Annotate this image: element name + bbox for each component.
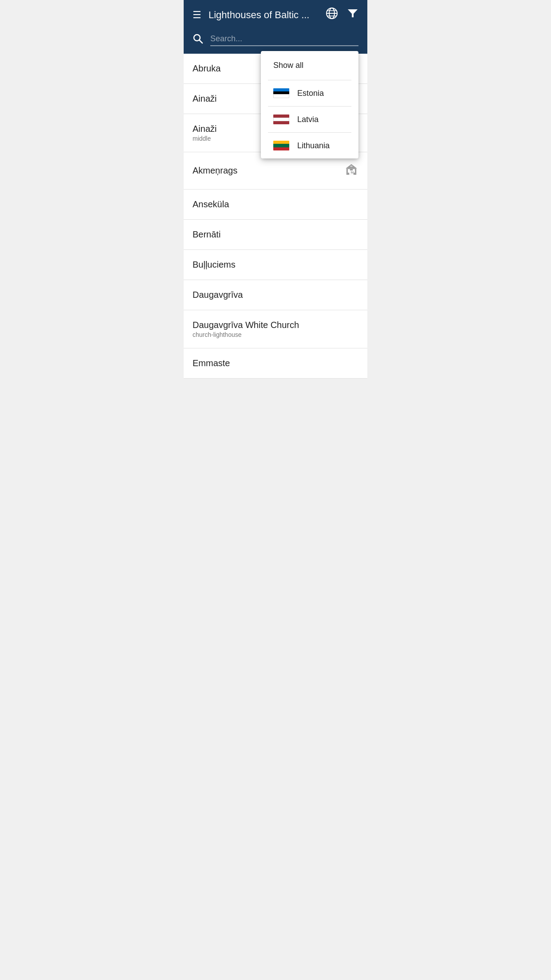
search-bar	[184, 30, 367, 54]
list-item-subtitle: church-lighthouse	[193, 331, 299, 338]
svg-line-7	[200, 40, 203, 43]
list-item-name: Akmeņrags	[193, 166, 237, 176]
museum-icon: M	[344, 162, 358, 179]
list-item-text: Buļļuciems	[193, 260, 236, 270]
list-item[interactable]: Buļļuciems	[184, 250, 367, 280]
list-item-name: Emmaste	[193, 358, 230, 368]
latvia-flag	[273, 115, 289, 124]
latvia-option[interactable]: Latvia	[261, 107, 358, 132]
header-right	[326, 7, 358, 23]
list-item[interactable]: Bernāti	[184, 220, 367, 250]
list-item-name: Daugavgrīva White Church	[193, 320, 299, 330]
latvia-label: Latvia	[297, 115, 319, 124]
list-item-name: Ainaži	[193, 124, 216, 134]
list-item-text: Abruka	[193, 63, 220, 74]
hamburger-icon[interactable]: ☰	[193, 10, 201, 20]
list-item-text: Ainažimiddle	[193, 124, 216, 142]
estonia-label: Estonia	[297, 89, 324, 98]
list-item-text: Bernāti	[193, 229, 220, 240]
list-item-text: Ainaži	[193, 94, 216, 104]
list-item[interactable]: Anseküla	[184, 190, 367, 220]
list-item-text: Daugavgrīva White Churchchurch-lighthous…	[193, 320, 299, 338]
list-item-text: Daugavgrīva	[193, 290, 243, 300]
list-item-name: Bernāti	[193, 229, 220, 240]
globe-icon[interactable]	[326, 7, 338, 23]
list-item-text: Emmaste	[193, 358, 230, 368]
filter-dropdown: Show all Estonia Latvia Lithuania	[261, 51, 358, 158]
list-item-name: Anseküla	[193, 199, 229, 209]
estonia-option[interactable]: Estonia	[261, 80, 358, 106]
list-item-name: Ainaži	[193, 94, 216, 104]
search-input[interactable]	[210, 34, 358, 46]
filter-icon[interactable]	[347, 8, 358, 22]
list-item-name: Daugavgrīva	[193, 290, 243, 300]
svg-rect-13	[350, 166, 353, 167]
lithuania-flag	[273, 141, 289, 150]
list-item[interactable]: Daugavgrīva	[184, 280, 367, 310]
list-item-text: Akmeņrags	[193, 166, 237, 176]
list-item[interactable]: Emmaste	[184, 348, 367, 379]
list-item-subtitle: middle	[193, 135, 216, 142]
lithuania-label: Lithuania	[297, 141, 330, 150]
list-item-name: Buļļuciems	[193, 260, 236, 270]
show-all-option[interactable]: Show all	[261, 51, 358, 80]
app-title: Lighthouses of Baltic ...	[209, 9, 309, 21]
list-item-name: Abruka	[193, 63, 220, 74]
svg-text:M: M	[350, 170, 354, 174]
estonia-flag	[273, 88, 289, 98]
lithuania-option[interactable]: Lithuania	[261, 133, 358, 158]
search-icon	[193, 33, 203, 47]
list-item-text: Anseküla	[193, 199, 229, 209]
list-item[interactable]: Daugavgrīva White Churchchurch-lighthous…	[184, 310, 367, 348]
svg-marker-5	[348, 9, 358, 17]
header-left: ☰ Lighthouses of Baltic ...	[193, 9, 309, 21]
app-header: ☰ Lighthouses of Baltic ...	[184, 0, 367, 30]
